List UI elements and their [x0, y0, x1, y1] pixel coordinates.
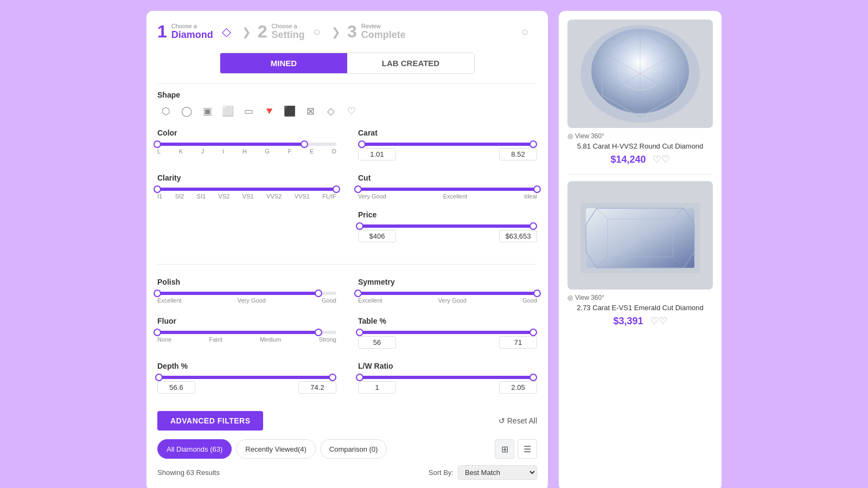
clarity-slider[interactable] — [157, 188, 336, 191]
table-filter: Table % 56 71 — [358, 317, 537, 349]
polish-label: Polish — [157, 278, 336, 286]
reset-btn[interactable]: ↺ Reset All — [499, 416, 537, 425]
svg-rect-8 — [586, 208, 694, 268]
polish-ticks: Excellent Very Good Good — [157, 297, 336, 304]
wishlist-icon-2[interactable]: ♡♡ — [650, 315, 667, 327]
diamond-icon-1: ◇ — [222, 25, 231, 39]
symmetry-filter: Symmetry Excellent Very Good Good — [358, 278, 537, 304]
table-label: Table % — [358, 317, 537, 325]
wishlist-icon-1[interactable]: ♡♡ — [653, 153, 670, 165]
color-ticks: L K J I H G F E D — [157, 148, 336, 155]
fluor-filter: Fluor None Faint Medium Strong — [157, 317, 336, 349]
shape-marquise[interactable]: ◇ — [322, 102, 340, 120]
reset-label: Reset All — [507, 416, 537, 425]
step-2[interactable]: 2 Choose a Setting — [258, 22, 305, 42]
shape-heart[interactable]: ♡ — [343, 102, 360, 120]
arrow-2: ❯ — [331, 25, 341, 38]
carat-filter: Carat 1.01 8.52 — [358, 129, 537, 160]
reset-icon: ↺ — [499, 416, 505, 425]
shape-emerald[interactable]: ▭ — [240, 102, 257, 120]
fluor-label: Fluor — [157, 317, 336, 325]
view360-2[interactable]: ◎ View 360° — [567, 294, 713, 301]
lw-label: L/W Ratio — [358, 362, 537, 370]
tab-all-diamonds[interactable]: All Diamonds (63) — [157, 439, 232, 459]
view360-1[interactable]: ◎ View 360° — [567, 132, 713, 140]
shape-radiant[interactable]: ⬛ — [281, 102, 298, 120]
diamond-results-panel: ◎ View 360° 5.81 Carat H-VVS2 Round Cut … — [559, 11, 722, 488]
lw-max-val[interactable]: 2.05 — [499, 381, 537, 394]
diamond-type-toggle: MINED LAB CREATED — [220, 53, 475, 74]
lw-slider[interactable] — [358, 376, 537, 379]
cut-label: Cut — [358, 174, 537, 182]
polish-filter: Polish Excellent Very Good Good — [157, 278, 336, 304]
price-slider[interactable] — [358, 224, 537, 228]
table-max-val[interactable]: 71 — [499, 336, 537, 349]
depth-filter: Depth % 56.6 74.2 — [157, 362, 336, 394]
depth-min-val[interactable]: 56.6 — [157, 381, 195, 394]
list-view-btn[interactable]: ☰ — [518, 439, 537, 459]
step3-number: 3 — [347, 22, 357, 42]
sort-select[interactable]: Best Match Price: Low to High Price: Hig… — [458, 465, 537, 480]
step2-label: Setting — [272, 29, 305, 41]
step-1[interactable]: 1 Choose a Diamond — [157, 22, 213, 42]
color-slider[interactable] — [157, 143, 336, 146]
grid-view-btn[interactable]: ⊞ — [495, 439, 514, 459]
depth-slider[interactable] — [157, 376, 336, 379]
lab-created-btn[interactable]: LAB CREATED — [347, 53, 474, 73]
step1-number: 1 — [157, 22, 167, 42]
lw-min-val[interactable]: 1 — [358, 381, 396, 394]
carat-min-val[interactable]: 1.01 — [358, 148, 396, 160]
card-price-1: $14,240 — [610, 154, 646, 165]
view360-text-2: View 360° — [575, 294, 604, 301]
step3-sublabel: Review — [361, 23, 406, 29]
tabs-row: All Diamonds (63) Recently Viewed(4) Com… — [157, 439, 537, 459]
diamond-img-1 — [567, 20, 713, 128]
step-3[interactable]: 3 Review Complete — [347, 22, 406, 42]
fluor-ticks: None Faint Medium Strong — [157, 336, 336, 343]
card-title-2: 2.73 Carat E-VS1 Emerald Cut Diamond — [567, 304, 713, 312]
price-max-val[interactable]: $63,653 — [499, 230, 537, 242]
action-row: ADVANCED FILTERS ↺ Reset All — [157, 411, 537, 431]
color-filter: Color L K J I H G F E D — [157, 129, 336, 160]
results-count: Showing 63 Results — [157, 468, 220, 477]
depth-max-val[interactable]: 74.2 — [298, 381, 336, 394]
cut-ticks: Very Good Excellent Ideal — [358, 193, 537, 200]
card-price-row-1: $14,240 ♡♡ — [567, 153, 713, 165]
color-label: Color — [157, 129, 336, 137]
clarity-filter: Clarity I1 SI2 SI1 VS2 VS1 VVS2 VVS1 FL/… — [157, 174, 336, 200]
view360-text-1: View 360° — [575, 132, 604, 140]
diamond-img-2 — [567, 181, 713, 290]
card-title-1: 5.81 Carat H-VVS2 Round Cut Diamond — [567, 142, 713, 150]
carat-slider[interactable] — [358, 143, 537, 146]
shape-princess[interactable]: ⬜ — [219, 102, 237, 120]
fluor-slider[interactable] — [157, 331, 336, 334]
symmetry-label: Symmetry — [358, 278, 537, 286]
table-slider[interactable] — [358, 331, 537, 334]
step1-sublabel: Choose a — [171, 23, 213, 29]
tab-recently-viewed[interactable]: Recently Viewed(4) — [236, 439, 315, 459]
shape-filter: Shape ⬡ ◯ ▣ ⬜ ▭ 🔻 ⬛ ⊠ ◇ ♡ — [157, 91, 537, 120]
shape-round[interactable]: ⬡ — [157, 102, 175, 120]
price-min-val[interactable]: $406 — [358, 230, 396, 242]
section-divider — [157, 264, 537, 265]
shape-asscher[interactable]: ⊠ — [302, 102, 319, 120]
tab-comparison[interactable]: Comparison (0) — [320, 439, 387, 459]
symmetry-slider[interactable] — [358, 292, 537, 295]
polish-slider[interactable] — [157, 292, 336, 295]
shape-pear[interactable]: 🔻 — [260, 102, 278, 120]
filters-grid: Color L K J I H G F E D — [157, 129, 537, 402]
price-label: Price — [358, 210, 537, 219]
filter-panel: 1 Choose a Diamond ◇ ❯ 2 Choose a Settin… — [146, 11, 548, 488]
mined-btn[interactable]: MINED — [220, 53, 347, 73]
table-min-val[interactable]: 56 — [358, 336, 396, 349]
shape-cushion[interactable]: ▣ — [199, 102, 216, 120]
diamond-card-2: ◎ View 360° 2.73 Carat E-VS1 Emerald Cut… — [567, 181, 713, 327]
card-price-2: $3,391 — [613, 316, 643, 327]
shape-icons-row: ⬡ ◯ ▣ ⬜ ▭ 🔻 ⬛ ⊠ ◇ ♡ — [157, 102, 537, 120]
shape-oval[interactable]: ◯ — [178, 102, 195, 120]
results-row: Showing 63 Results Sort By: Best Match P… — [157, 465, 537, 480]
carat-max-val[interactable]: 8.52 — [499, 148, 537, 160]
cut-slider[interactable] — [358, 188, 537, 191]
view360-icon-2: ◎ — [567, 294, 573, 301]
advanced-filters-btn[interactable]: ADVANCED FILTERS — [157, 411, 263, 431]
